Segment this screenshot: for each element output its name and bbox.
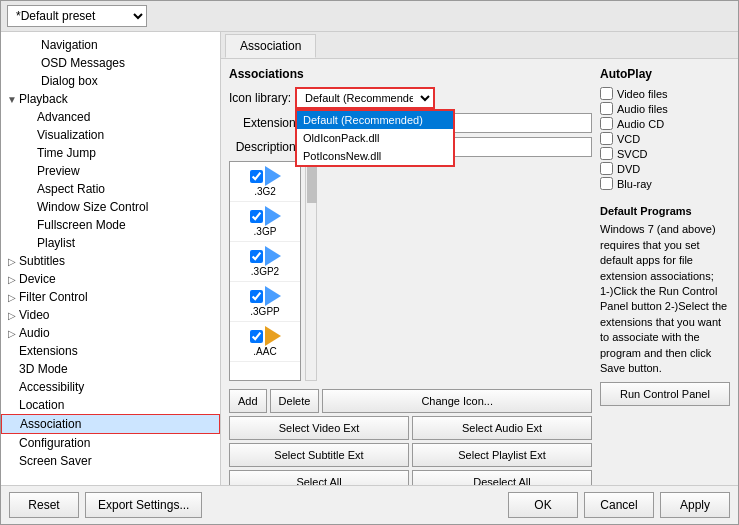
list-item[interactable]: .3G2 [230,162,300,202]
sidebar-item-video[interactable]: ▷ Video [1,306,220,324]
icon-library-select[interactable]: Default (Recommendec [295,87,435,109]
dropdown-item-default[interactable]: Default (Recommended) [297,111,453,129]
sidebar-item-extensions[interactable]: Extensions [1,342,220,360]
autoplay-svcd-label: SVCD [617,148,648,160]
autoplay-svcd-checkbox[interactable] [600,147,613,160]
subtitles-label: Subtitles [19,254,65,268]
select-playlist-ext-button[interactable]: Select Playlist Ext [412,443,592,467]
ok-button[interactable]: OK [508,492,578,518]
sidebar-item-fullscreen[interactable]: Fullscreen Mode [1,216,220,234]
autoplay-audio-label: Audio files [617,103,668,115]
file-checkbox[interactable] [250,170,263,183]
autoplay-bluray-label: Blu-ray [617,178,652,190]
btn-row-2: Select Video Ext Select Audio Ext [229,416,592,440]
select-video-ext-button[interactable]: Select Video Ext [229,416,409,440]
expander-subtitles: ▷ [5,256,19,267]
btn-row-3: Select Subtitle Ext Select Playlist Ext [229,443,592,467]
run-control-panel-button[interactable]: Run Control Panel [600,382,730,406]
file-checkbox[interactable] [250,330,263,343]
autoplay-video: Video files [600,87,730,100]
icon-library-dropdown-menu: Default (Recommended) OldIconPack.dll Po… [295,109,455,167]
default-programs-section: Default Programs Windows 7 (and above) r… [600,204,730,406]
autoplay-audiocd-label: Audio CD [617,118,664,130]
file-checkbox[interactable] [250,250,263,263]
main-window: *Default preset Navigation OSD Messages … [0,0,739,525]
expander-audio: ▷ [5,328,19,339]
extension-label: Extension: [229,116,299,130]
list-item[interactable]: .AAC [230,322,300,362]
sidebar-item-visualization[interactable]: Visualization [1,126,220,144]
delete-button[interactable]: Delete [270,389,320,413]
sidebar-item-screensaver[interactable]: Screen Saver [1,452,220,470]
autoplay-vcd-label: VCD [617,133,640,145]
autoplay-section: AutoPlay Video files Audio files Audio C… [600,67,730,477]
file-list-container: .3G2 .3GP [229,161,592,381]
sidebar-item-configuration[interactable]: Configuration [1,434,220,452]
sidebar-item-filtercontrol[interactable]: ▷ Filter Control [1,288,220,306]
sidebar-item-association[interactable]: Association [1,414,220,434]
sidebar: Navigation OSD Messages Dialog box ▼ Pla… [1,32,221,485]
list-item[interactable]: .3GP2 [230,242,300,282]
expander-filter: ▷ [5,292,19,303]
sidebar-item-location[interactable]: Location [1,396,220,414]
file-list[interactable]: .3G2 .3GP [229,161,301,381]
reset-button[interactable]: Reset [9,492,79,518]
icon-library-row: Icon library: Default (Recommendec Defau… [229,87,592,109]
sidebar-item-advanced[interactable]: Advanced [1,108,220,126]
file-label: .3GP [254,226,277,237]
sidebar-item-dialog[interactable]: Dialog box [1,72,220,90]
sidebar-item-timejump[interactable]: Time Jump [1,144,220,162]
file-checkbox[interactable] [250,210,263,223]
list-item[interactable]: .3GPP [230,282,300,322]
autoplay-audio: Audio files [600,102,730,115]
select-subtitle-ext-button[interactable]: Select Subtitle Ext [229,443,409,467]
file-checkbox[interactable] [250,290,263,303]
sidebar-item-windowsize[interactable]: Window Size Control [1,198,220,216]
autoplay-svcd: SVCD [600,147,730,160]
autoplay-dvd-checkbox[interactable] [600,162,613,175]
sidebar-item-3dmode[interactable]: 3D Mode [1,360,220,378]
preset-bar: *Default preset [1,1,738,32]
autoplay-vcd-checkbox[interactable] [600,132,613,145]
tab-bar: Association [221,32,738,59]
sidebar-item-playback[interactable]: ▼ Playback [1,90,220,108]
autoplay-vcd: VCD [600,132,730,145]
sidebar-item-preview[interactable]: Preview [1,162,220,180]
apply-button[interactable]: Apply [660,492,730,518]
audio-label: Audio [19,326,50,340]
autoplay-audiocd-checkbox[interactable] [600,117,613,130]
playback-label: Playback [19,92,68,106]
sidebar-item-accessibility[interactable]: Accessibility [1,378,220,396]
expander-icon: ▼ [5,94,19,105]
autoplay-audio-checkbox[interactable] [600,102,613,115]
filter-label: Filter Control [19,290,88,304]
export-settings-button[interactable]: Export Settings... [85,492,202,518]
autoplay-video-checkbox[interactable] [600,87,613,100]
sidebar-item-playlist[interactable]: Playlist [1,234,220,252]
tab-association[interactable]: Association [225,34,316,58]
autoplay-dvd-label: DVD [617,163,640,175]
deselect-all-button[interactable]: Deselect All [412,470,592,485]
sidebar-item-navigation[interactable]: Navigation [1,36,220,54]
default-programs-title: Default Programs [600,204,730,219]
sidebar-item-aspect[interactable]: Aspect Ratio [1,180,220,198]
autoplay-video-label: Video files [617,88,668,100]
video-label: Video [19,308,49,322]
sidebar-item-audio[interactable]: ▷ Audio [1,324,220,342]
scrollbar[interactable] [305,161,317,381]
select-all-button[interactable]: Select All [229,470,409,485]
change-icon-button[interactable]: Change Icon... [322,389,592,413]
preset-select[interactable]: *Default preset [7,5,147,27]
scrollbar-thumb[interactable] [307,163,317,203]
dropdown-item-oldicon[interactable]: OldIconPack.dll [297,129,453,147]
sidebar-item-subtitles[interactable]: ▷ Subtitles [1,252,220,270]
default-programs-text: Windows 7 (and above) requires that you … [600,222,730,376]
autoplay-bluray-checkbox[interactable] [600,177,613,190]
sidebar-item-osd[interactable]: OSD Messages [1,54,220,72]
list-item[interactable]: .3GP [230,202,300,242]
add-button[interactable]: Add [229,389,267,413]
sidebar-item-device[interactable]: ▷ Device [1,270,220,288]
dropdown-item-poticons[interactable]: PotIconsNew.dll [297,147,453,165]
cancel-button[interactable]: Cancel [584,492,654,518]
select-audio-ext-button[interactable]: Select Audio Ext [412,416,592,440]
